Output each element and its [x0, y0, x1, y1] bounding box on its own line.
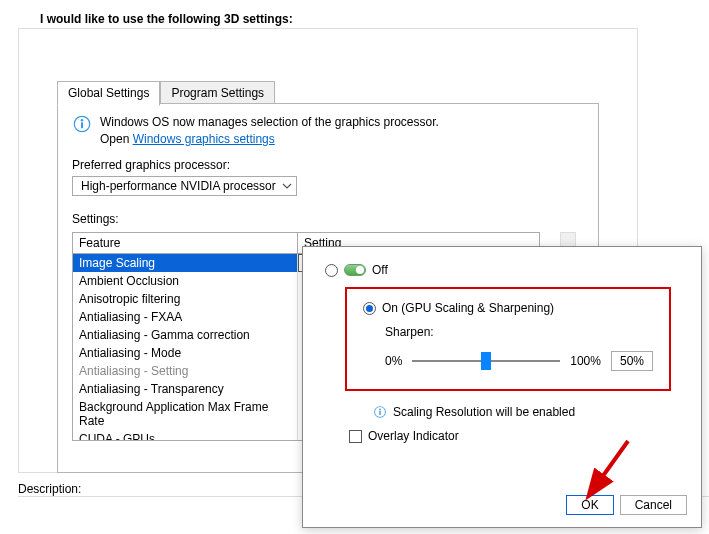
windows-graphics-settings-link[interactable]: Windows graphics settings: [133, 132, 275, 146]
sharpen-value[interactable]: 50%: [611, 351, 653, 371]
sharpen-label: Sharpen:: [385, 325, 653, 339]
feature-cell: Antialiasing - Mode: [73, 344, 298, 362]
svg-point-2: [81, 119, 84, 122]
chevron-down-icon: [282, 181, 292, 191]
off-label: Off: [372, 263, 388, 277]
info-line2-prefix: Open: [100, 132, 133, 146]
overlay-label: Overlay Indicator: [368, 429, 459, 443]
feature-cell: Antialiasing - FXAA: [73, 308, 298, 326]
feature-cell: CUDA - GPUs: [73, 430, 298, 440]
option-off-row[interactable]: Off: [325, 263, 683, 277]
settings-label: Settings:: [72, 212, 584, 226]
slider-thumb[interactable]: [481, 352, 491, 370]
feature-cell: Ambient Occlusion: [73, 272, 298, 290]
info-icon: [72, 114, 92, 134]
preferred-processor-value: High-performance NVIDIA processor: [81, 179, 276, 193]
sharpen-slider-row: 0% 100% 50%: [385, 351, 653, 371]
preferred-processor-label: Preferred graphics processor:: [72, 158, 584, 172]
slider-max: 100%: [570, 354, 601, 368]
feature-cell: Anisotropic filtering: [73, 290, 298, 308]
description-label: Description:: [18, 482, 81, 496]
info-icon: [373, 405, 387, 419]
option-on-row[interactable]: On (GPU Scaling & Sharpening): [363, 301, 653, 315]
info-message: Windows OS now manages selection of the …: [72, 114, 584, 148]
cancel-button-popup[interactable]: Cancel: [620, 495, 687, 515]
image-scaling-popup: Off On (GPU Scaling & Sharpening) Sharpe…: [302, 246, 702, 528]
preferred-processor-dropdown[interactable]: High-performance NVIDIA processor: [72, 176, 297, 196]
ok-button[interactable]: OK: [566, 495, 613, 515]
header-feature[interactable]: Feature: [73, 233, 298, 254]
overlay-indicator-row[interactable]: Overlay Indicator: [349, 429, 683, 443]
page-title: I would like to use the following 3D set…: [40, 12, 293, 26]
overlay-checkbox[interactable]: [349, 430, 362, 443]
on-label: On (GPU Scaling & Sharpening): [382, 301, 554, 315]
radio-on[interactable]: [363, 302, 376, 315]
svg-rect-7: [379, 411, 380, 415]
slider-min: 0%: [385, 354, 402, 368]
info-line1: Windows OS now manages selection of the …: [100, 115, 439, 129]
radio-off[interactable]: [325, 264, 338, 277]
svg-point-6: [379, 409, 381, 411]
svg-rect-3: [81, 122, 83, 128]
tab-global-settings[interactable]: Global Settings: [57, 81, 160, 106]
scaling-note-row: Scaling Resolution will be enabled: [373, 405, 683, 419]
feature-cell: Antialiasing - Transparency: [73, 380, 298, 398]
feature-cell: Antialiasing - Gamma correction: [73, 326, 298, 344]
highlighted-area: On (GPU Scaling & Sharpening) Sharpen: 0…: [345, 287, 671, 391]
toggle-icon: [344, 264, 366, 276]
feature-cell: Background Application Max Frame Rate: [73, 398, 298, 430]
sharpen-slider[interactable]: [412, 360, 560, 362]
feature-cell: Antialiasing - Setting: [73, 362, 298, 380]
scaling-note: Scaling Resolution will be enabled: [393, 405, 575, 419]
feature-cell: Image Scaling: [73, 254, 298, 272]
